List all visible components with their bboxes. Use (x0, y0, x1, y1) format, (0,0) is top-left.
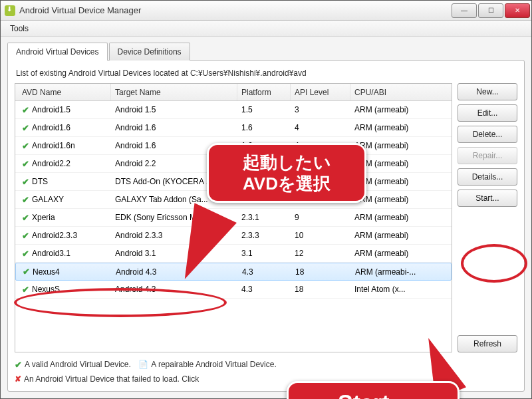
check-icon: ✔ (22, 231, 29, 241)
tab-device-definitions[interactable]: Device Definitions (109, 43, 190, 61)
cell-target: Android 1.6 (111, 123, 237, 132)
spacer (458, 211, 517, 331)
check-icon: ✔ (23, 267, 30, 277)
list-description: List of existing Android Virtual Devices… (16, 68, 517, 78)
x-icon: ✘ (15, 372, 21, 386)
col-cpu[interactable]: CPU/ABI (350, 84, 449, 100)
table-row[interactable]: ✔Android1.5Android 1.51.53ARM (armeabi) (15, 101, 452, 119)
check-icon: ✔ (22, 195, 29, 205)
check-icon: ✔ (15, 358, 22, 372)
minimize-button[interactable]: — (452, 3, 477, 18)
maximize-button[interactable]: ☐ (478, 3, 503, 18)
android-icon (5, 5, 15, 16)
cell-cpu: ARM (armeabi) (350, 249, 449, 258)
check-icon: ✔ (22, 213, 29, 223)
cell-name: ✔Android1.6 (18, 123, 111, 133)
tab-avd[interactable]: Android Virtual Devices (7, 43, 108, 61)
table-row[interactable]: ✔Android1.6Android 1.61.64ARM (armeabi) (15, 119, 452, 137)
cell-name: ✔Android3.1 (18, 249, 111, 259)
cell-platform: 1.6 (237, 123, 291, 132)
tab-strip: Android Virtual Devices Device Definitio… (7, 43, 525, 61)
cell-name: ✔Xperia (18, 213, 111, 223)
cell-api: 10 (291, 231, 350, 240)
cell-platform: 2.3.3 (237, 231, 291, 240)
annotation-callout-start: Start... (287, 381, 460, 399)
client-area: Android Virtual Devices Device Definitio… (1, 37, 531, 398)
col-api[interactable]: API Level (291, 84, 350, 100)
close-button[interactable]: ✕ (505, 3, 530, 18)
table-header-row: AVD Name Target Name Platform API Level … (15, 84, 452, 101)
check-icon: ✔ (22, 249, 29, 259)
refresh-button[interactable]: Refresh (458, 335, 517, 352)
avd-table: AVD Name Target Name Platform API Level … (15, 83, 452, 352)
repair-button[interactable]: Repair... (458, 147, 517, 164)
cell-platform: 2.3.1 (237, 213, 291, 222)
table-wrap: AVD Name Target Name Platform API Level … (15, 83, 517, 352)
cell-platform: 1.5 (237, 105, 291, 114)
check-icon: ✔ (22, 177, 29, 187)
check-icon: ✔ (22, 141, 29, 151)
app-window: Android Virtual Device Manager — ☐ ✕ Too… (0, 0, 532, 399)
cell-cpu: ARM (armeabi) (350, 231, 449, 240)
delete-button[interactable]: Delete... (458, 126, 517, 143)
cell-api: 9 (291, 213, 350, 222)
cell-api: 4 (291, 123, 350, 132)
cell-platform: 3.1 (237, 249, 291, 258)
check-icon: ✔ (22, 285, 29, 295)
cell-cpu: ARM (armeabi) (350, 105, 449, 114)
cell-target: Android 4.3 (111, 285, 237, 294)
col-target[interactable]: Target Name (111, 84, 237, 100)
cell-name: ✔Android2.2 (18, 159, 111, 169)
cell-api: 3 (291, 105, 350, 114)
cell-name: ✔Android1.5 (18, 105, 111, 115)
cell-name: ✔GALAXY (18, 195, 111, 205)
cell-cpu: ARM (armeabi) (350, 123, 449, 132)
cell-api: 18 (291, 285, 350, 294)
details-button[interactable]: Details... (458, 168, 517, 186)
window-controls: — ☐ ✕ (450, 3, 530, 18)
cell-api: 12 (291, 249, 350, 258)
cell-platform: 4.3 (237, 285, 291, 294)
repair-icon: 📄 (138, 358, 148, 371)
col-avd-name[interactable]: AVD Name (18, 84, 111, 100)
cell-name: ✔Android1.6n (18, 141, 111, 151)
side-buttons: New... Edit... Delete... Repair... Detai… (458, 83, 517, 352)
cell-target: Android 1.5 (111, 105, 237, 114)
check-icon: ✔ (22, 105, 29, 115)
start-button[interactable]: Start... (458, 190, 517, 207)
menubar: Tools (1, 21, 531, 37)
cell-cpu: Intel Atom (x... (350, 285, 449, 294)
check-icon: ✔ (22, 123, 29, 133)
window-title: Android Virtual Device Manager (19, 5, 450, 15)
cell-name: ✔Nexus4 (19, 267, 112, 277)
new-button[interactable]: New... (458, 83, 517, 100)
menu-tools[interactable]: Tools (5, 22, 34, 35)
cell-api: 18 (291, 267, 351, 277)
cell-name: ✔DTS (18, 177, 111, 187)
col-platform[interactable]: Platform (237, 84, 291, 100)
annotation-callout-select: 起動したい AVDを選択 (207, 143, 366, 203)
table-row[interactable]: ✔Nexus4Android 4.34.318ARM (armeabi-... (15, 263, 452, 281)
cell-name: ✔NexusS (18, 285, 111, 295)
cell-platform: 4.3 (238, 267, 291, 277)
check-icon: ✔ (22, 159, 29, 169)
titlebar: Android Virtual Device Manager — ☐ ✕ (1, 1, 531, 21)
edit-button[interactable]: Edit... (458, 104, 517, 122)
cell-cpu: ARM (armeabi) (350, 213, 449, 222)
cell-name: ✔Android2.3.3 (18, 231, 111, 241)
cell-cpu: ARM (armeabi-... (351, 267, 448, 277)
table-row[interactable]: ✔NexusSAndroid 4.34.318Intel Atom (x... (15, 281, 452, 299)
table-row[interactable]: ✔Android3.1Android 3.13.112ARM (armeabi) (15, 245, 452, 263)
